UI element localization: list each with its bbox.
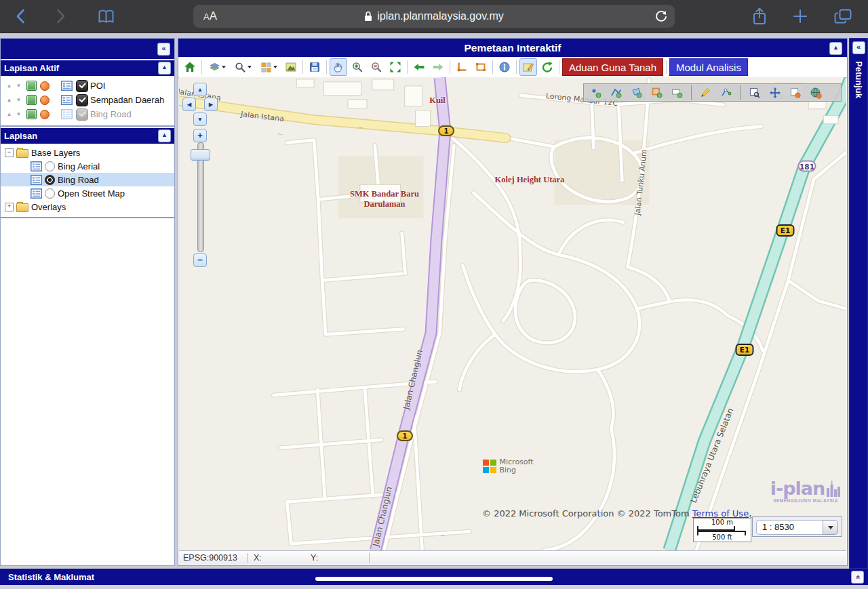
layer-settings-icon[interactable]	[26, 81, 37, 91]
home-indicator[interactable]	[315, 577, 553, 581]
map-collapse-button[interactable]: ▲	[829, 42, 842, 55]
pan-right-button[interactable]: ▶	[204, 98, 218, 111]
petunjuk-collapsed-panel[interactable]: « Petunjuk	[849, 38, 868, 569]
map-canvas[interactable]: Kuil Jalan Istana Jalan Istana Kolej Hei…	[179, 77, 846, 551]
grid-icon	[260, 62, 272, 73]
zoom-in-tool-button[interactable]	[349, 58, 366, 76]
grid-menu-button[interactable]	[256, 58, 281, 76]
reload-button[interactable]	[654, 9, 668, 23]
modul-analisis-button[interactable]: Modul Analisis	[669, 58, 748, 76]
tree-item-open-street-map[interactable]: Open Street Map	[1, 186, 174, 200]
clear-all-button[interactable]	[808, 85, 823, 100]
toolbar-separator	[326, 60, 327, 74]
draw-rectangle-button[interactable]	[649, 85, 665, 100]
forward-icon	[58, 10, 64, 22]
zoom-slider-handle[interactable]	[191, 149, 210, 161]
redline-tool-button[interactable]	[519, 58, 537, 76]
draw-line-button[interactable]	[608, 85, 624, 100]
layer-radio[interactable]	[45, 188, 55, 199]
scale-value-input[interactable]: 1 : 8530	[756, 520, 827, 535]
layer-settings-icon[interactable]	[26, 109, 37, 119]
expand-node-icon[interactable]: +	[5, 203, 14, 211]
zoom-in-button[interactable]: +	[193, 129, 207, 142]
draw-polygon-button[interactable]	[629, 85, 644, 100]
tree-item-bing-road[interactable]: Bing Road	[1, 173, 174, 186]
full-extent-button[interactable]	[387, 58, 404, 76]
base-layer-menu-button[interactable]	[205, 58, 229, 76]
modify-feature-button[interactable]	[718, 85, 734, 100]
identify-button[interactable]	[496, 58, 513, 76]
move-up-icon[interactable]: ▲	[5, 111, 13, 117]
layers-icon	[209, 62, 220, 73]
previous-extent-button[interactable]	[410, 58, 428, 76]
home-extent-button[interactable]	[181, 58, 199, 76]
move-down-icon[interactable]: ▼	[15, 111, 22, 117]
tabs-button[interactable]	[833, 7, 852, 26]
draw-label-button[interactable]	[669, 85, 685, 100]
petunjuk-tab-label[interactable]: Petunjuk	[854, 61, 864, 98]
delete-feature-button[interactable]	[787, 85, 803, 100]
legend-icon[interactable]	[61, 109, 73, 119]
tree-item-bing-aerial[interactable]: Bing Aerial	[1, 159, 174, 173]
layer-settings-icon[interactable]	[26, 95, 37, 105]
legend-icon[interactable]	[61, 95, 73, 105]
full-extent-icon	[389, 61, 401, 73]
move-down-icon[interactable]: ▼	[15, 97, 22, 103]
panel-collapse-button[interactable]: ▲	[158, 129, 171, 142]
zoom-out-button[interactable]: −	[193, 253, 207, 267]
export-map-button[interactable]	[306, 58, 323, 76]
share-button[interactable]	[750, 7, 769, 26]
layer-checkbox[interactable]	[76, 80, 88, 92]
layer-radio[interactable]	[45, 161, 55, 171]
pan-up-button[interactable]: ▲	[193, 83, 207, 96]
draw-point-button[interactable]	[588, 85, 604, 100]
legend-icon[interactable]	[31, 175, 42, 185]
collapse-node-icon[interactable]: −	[5, 148, 14, 157]
layer-checkbox[interactable]	[76, 94, 88, 106]
draw-polygon-icon	[631, 87, 642, 98]
move-feature-button[interactable]	[767, 85, 783, 100]
refresh-map-button[interactable]	[538, 58, 556, 76]
scale-dropdown-button[interactable]	[823, 520, 838, 535]
bookmarks-button[interactable]	[96, 7, 115, 26]
zoom-menu-button[interactable]	[231, 58, 255, 76]
reader-mode-button[interactable]: AAAA	[203, 9, 217, 23]
next-extent-button[interactable]	[429, 58, 447, 76]
sidebar-collapse-button[interactable]: «	[157, 43, 170, 56]
measure-area-button[interactable]	[472, 58, 490, 76]
layer-radio[interactable]	[45, 175, 55, 185]
select-feature-button[interactable]	[747, 85, 762, 100]
remove-layer-icon[interactable]	[40, 81, 50, 91]
terms-of-use-link[interactable]: Terms of Use,	[692, 508, 752, 519]
measure-length-button[interactable]	[453, 58, 471, 76]
layer-checkbox[interactable]	[76, 108, 88, 121]
toolbar-separator	[201, 60, 202, 74]
pan-down-button[interactable]: ▼	[193, 113, 207, 126]
zoom-out-tool-button[interactable]	[368, 58, 385, 76]
overview-map-button[interactable]	[282, 58, 300, 76]
aduan-guna-tanah-button[interactable]: Aduan Guna Tanah	[562, 58, 663, 76]
panel-collapse-button[interactable]: ▲	[158, 62, 171, 75]
legend-icon[interactable]	[31, 161, 42, 171]
move-up-icon[interactable]: ▲	[5, 97, 13, 103]
pan-tool-button[interactable]	[330, 58, 347, 76]
back-button[interactable]	[11, 7, 30, 26]
move-down-icon[interactable]: ▼	[15, 83, 22, 89]
remove-layer-icon[interactable]	[40, 96, 50, 105]
toolbar-separator	[559, 60, 559, 74]
edit-feature-button[interactable]	[698, 85, 713, 100]
pan-left-button[interactable]: ◀	[182, 98, 196, 111]
legend-icon[interactable]	[31, 188, 42, 199]
petunjuk-expand-button[interactable]: «	[852, 41, 865, 54]
new-tab-button[interactable]	[791, 7, 810, 26]
statistik-collapsed-panel[interactable]: Statistik & Maklumat «	[0, 569, 868, 585]
move-cross-icon	[769, 87, 781, 99]
legend-icon[interactable]	[61, 81, 73, 91]
move-up-icon[interactable]: ▲	[5, 83, 13, 89]
layer-label: Bing Aerial	[58, 161, 100, 171]
statistik-expand-button[interactable]: «	[851, 571, 864, 584]
forward-button[interactable]	[52, 7, 71, 26]
remove-layer-icon[interactable]	[40, 110, 50, 119]
modify-vertices-icon	[720, 87, 732, 98]
url-bar[interactable]: AAAA iplan.planmalaysia.gov.my	[193, 5, 675, 28]
